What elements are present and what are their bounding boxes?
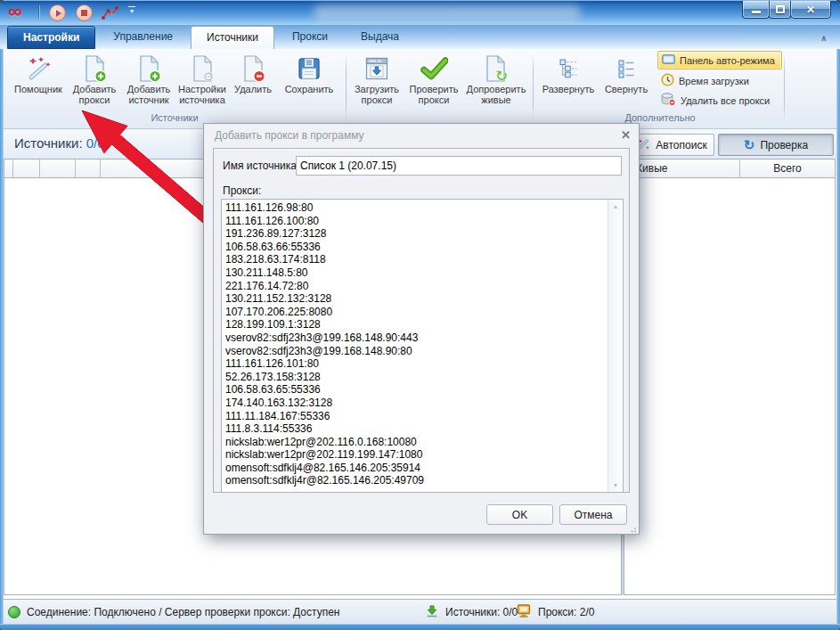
statusbar: Соединение: Подключено / Сервер проверки… (0, 599, 840, 624)
collapse-label: Свернуть (605, 84, 648, 94)
add-proxy-dialog: Добавить прокси в программу ✕ Имя источн… (203, 123, 640, 535)
textarea-scrollbar[interactable]: ▲ ▼ (608, 200, 623, 492)
stop-button[interactable] (76, 4, 93, 21)
scroll-up-icon[interactable]: ▲ (608, 203, 623, 209)
document-add-icon (137, 53, 161, 84)
close-button[interactable]: ✕ (790, 1, 831, 19)
minimize-button[interactable] (742, 1, 770, 19)
ok-button[interactable]: OK (486, 504, 553, 525)
delete-all-proxy-label: Удалить все прокси (681, 95, 770, 106)
add-source-button[interactable]: Добавить источник (123, 51, 175, 111)
refresh-blue-icon: ↻ (744, 139, 755, 151)
connection-status-text: Соединение: Подключено / Сервер проверки… (27, 606, 339, 618)
load-time-button[interactable]: Время загрузки (657, 71, 782, 90)
dialog-close-icon[interactable]: ✕ (621, 128, 631, 142)
window-border (0, 624, 840, 630)
check-proxy-label: Проверить прокси (409, 84, 458, 105)
group-separator (784, 53, 785, 121)
stop-icon (81, 10, 87, 16)
delete-button[interactable]: Удалить (230, 51, 276, 111)
cancel-button[interactable]: Отмена (559, 504, 627, 525)
group-separator (346, 53, 347, 121)
sources-counter-value: 0/0 (86, 135, 105, 151)
stats-table[interactable]: Живые Всего (624, 159, 836, 595)
auto-mode-panel-button[interactable]: Панель авто-режима (657, 51, 782, 70)
autosearch-label: Автопоиск (656, 139, 706, 151)
clock-icon (661, 73, 674, 88)
source-name-input[interactable] (296, 156, 622, 176)
expand-label: Развернуть (542, 84, 594, 94)
check-mode-label: Проверка (760, 139, 808, 151)
database-remove-icon (661, 93, 676, 108)
document-add-icon (83, 53, 107, 84)
document-gear-icon: ⚙ (191, 53, 215, 84)
tab-nastroyki[interactable]: Настройки (7, 26, 95, 49)
window-download-icon (365, 53, 388, 84)
group-label-additional: Дополнительно (540, 112, 780, 123)
window-border (0, 49, 4, 630)
svg-text:⚙: ⚙ (202, 70, 214, 83)
group-label-sources: Источники (11, 112, 338, 123)
sources-status-text: Источники: 0/0 (445, 606, 518, 618)
svg-text:↻: ↻ (495, 67, 508, 83)
column-total[interactable]: Всего (740, 160, 835, 177)
tab-vydacha[interactable]: Выдача (346, 26, 414, 49)
source-name-label: Имя источника (223, 160, 297, 172)
recheck-live-label: Допроверить живые (467, 84, 526, 105)
recheck-live-button[interactable]: ↻ Допроверить живые (463, 51, 529, 111)
proxy-textarea[interactable] (221, 199, 624, 493)
autosearch-button[interactable]: Автопоиск (629, 134, 714, 156)
sources-counter: Источники: 0/0 (14, 135, 105, 151)
proxy-status: Прокси: 2/0 (517, 600, 594, 625)
maximize-button[interactable] (769, 1, 791, 19)
window-border (836, 49, 840, 630)
delete-all-proxy-button[interactable]: Удалить все прокси (657, 91, 782, 110)
load-proxy-button[interactable]: Загрузить прокси (349, 51, 404, 111)
source-settings-button[interactable]: ⚙ Настройки источника (176, 51, 228, 111)
column-live[interactable]: Живые (624, 160, 740, 177)
add-proxy-button[interactable]: Добавить прокси (68, 51, 121, 111)
start-button[interactable] (49, 4, 66, 21)
stats-table-header: Живые Всего (624, 160, 835, 178)
wizard-label: Помощник (14, 84, 62, 94)
proxy-status-text: Прокси: 2/0 (538, 606, 594, 618)
ribbon-collapse-icon[interactable]: ∧ (820, 34, 827, 43)
check-mode-button[interactable]: ↻ Проверка (718, 134, 834, 156)
wizard-button[interactable]: Помощник (11, 51, 66, 111)
qat-separator (39, 5, 40, 20)
dialog-title: Добавить прокси в программу (215, 129, 364, 142)
floppy-disk-icon (298, 53, 321, 84)
table-column[interactable] (4, 160, 13, 177)
load-time-label: Время загрузки (679, 76, 749, 86)
save-label: Сохранить (285, 84, 334, 94)
dialog-titlebar[interactable]: Добавить прокси в программу ✕ (204, 124, 639, 147)
group-separator (533, 53, 534, 121)
table-column[interactable] (76, 160, 101, 177)
expand-button[interactable]: Развернуть (540, 51, 597, 111)
list-collapse-icon (616, 53, 637, 84)
tab-upravlenie[interactable]: Управление (98, 26, 188, 49)
add-source-label: Добавить источник (127, 84, 171, 105)
collapse-button[interactable]: Свернуть (599, 51, 654, 111)
infinity-logo-icon: ∞ (8, 0, 22, 23)
status-green-circle-icon (8, 606, 20, 618)
dialog-groupbox: Имя источника Прокси: ▲ ▼ (213, 148, 630, 493)
connection-status: Соединение: Подключено / Сервер проверки… (8, 600, 339, 625)
ribbon-tabstrip: Настройки Управление Источники Прокси Вы… (0, 25, 840, 49)
document-refresh-icon: ↻ (484, 53, 509, 84)
save-button[interactable]: Сохранить (280, 51, 338, 111)
table-column[interactable] (40, 160, 76, 177)
add-proxy-label: Добавить прокси (73, 84, 117, 105)
resize-grip[interactable] (628, 523, 637, 532)
qat-dropdown-icon[interactable]: ▾ (126, 6, 137, 15)
titlebar[interactable]: ∞ ▾ ✕ (0, 0, 840, 25)
play-icon (56, 10, 61, 17)
sources-counter-label: Источники: (14, 135, 83, 151)
scroll-down-icon[interactable]: ▼ (608, 482, 623, 488)
minimize-icon (752, 11, 761, 13)
check-mark-icon (420, 53, 448, 84)
table-column[interactable] (13, 160, 40, 177)
tab-istochniki[interactable]: Источники (191, 26, 274, 49)
check-proxy-button[interactable]: Проверить прокси (406, 51, 461, 111)
tab-proksi[interactable]: Прокси (277, 26, 343, 49)
